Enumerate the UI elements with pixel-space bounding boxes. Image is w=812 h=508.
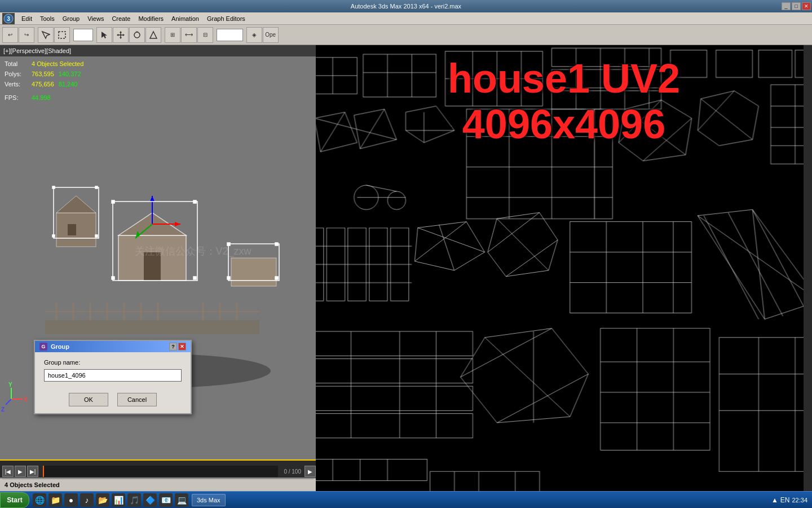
- mirror-button[interactable]: ⟷: [181, 27, 197, 43]
- taskbar-3dsmax-app[interactable]: 3ds Max: [192, 494, 226, 506]
- menu-animation[interactable]: Animation: [168, 14, 202, 23]
- group-name-input[interactable]: [44, 369, 182, 382]
- svg-rect-30: [112, 200, 114, 203]
- svg-point-9: [134, 32, 140, 38]
- svg-text:Y: Y: [8, 382, 12, 388]
- uv-canvas[interactable]: house1 UV2 4096x4096: [316, 45, 812, 508]
- next-frame-button[interactable]: ▶|: [27, 466, 38, 477]
- menu-tools[interactable]: Tools: [37, 14, 58, 23]
- menu-group[interactable]: Group: [59, 14, 83, 23]
- dialog-buttons: OK Cancel: [35, 388, 191, 413]
- group-dialog: G Group ? ✕ Group name: OK: [34, 340, 192, 414]
- named-selections-button[interactable]: ◈: [246, 27, 262, 43]
- taskbar-lang-icon[interactable]: EN: [780, 496, 790, 504]
- undo-button[interactable]: ↩: [2, 27, 18, 43]
- taskbar-explorer-icon[interactable]: 📂: [96, 493, 109, 507]
- uv-panel: house1 UV2 4096x4096: [316, 45, 812, 508]
- 3d-viewport[interactable]: [+][Perspective][Shaded] Total 4 Objects…: [0, 45, 316, 459]
- svg-rect-25: [52, 186, 55, 189]
- menu-graph-editors[interactable]: Graph Editors: [204, 14, 249, 23]
- taskbar-app7-icon[interactable]: 🎵: [127, 493, 141, 507]
- taskbar-folder-icon[interactable]: 📁: [48, 493, 62, 507]
- select-region-button[interactable]: [54, 27, 70, 43]
- taskbar-clock: 22:34: [792, 497, 807, 503]
- svg-rect-34: [231, 258, 276, 286]
- svg-rect-33: [193, 277, 196, 279]
- svg-marker-10: [150, 32, 157, 38]
- svg-rect-2: [59, 32, 65, 38]
- cancel-button[interactable]: Cancel: [117, 393, 157, 406]
- play-button[interactable]: ▶: [15, 466, 26, 477]
- select-tool-button[interactable]: [96, 27, 112, 43]
- svg-rect-39: [275, 277, 278, 279]
- taskbar-graph-icon[interactable]: 📊: [112, 493, 125, 507]
- timeline-track[interactable]: [43, 466, 278, 477]
- dialog-help-button[interactable]: ?: [169, 343, 177, 351]
- svg-rect-40: [45, 320, 259, 334]
- maximize-button[interactable]: □: [792, 2, 801, 10]
- taskbar-apps: 3ds Max: [189, 494, 771, 506]
- reference-coord-button[interactable]: ⊞: [165, 27, 180, 43]
- app-logo: 3: [2, 13, 15, 24]
- uv-size-text: 4096x4096: [448, 101, 680, 147]
- dialog-title: G Group ? ✕: [35, 341, 191, 352]
- svg-marker-13: [56, 196, 96, 213]
- menu-views[interactable]: Views: [84, 14, 107, 23]
- prev-frame-button[interactable]: |◀: [2, 466, 14, 477]
- taskbar-media-icon[interactable]: ♪: [80, 493, 94, 507]
- watermark: 关注微信公众号：V2_zxw: [135, 244, 251, 258]
- taskbar-system-tray: ▲ EN 22:34: [771, 496, 812, 504]
- ok-button[interactable]: OK: [69, 393, 108, 406]
- close-button[interactable]: ✕: [802, 2, 811, 10]
- redo-button[interactable]: ↪: [19, 27, 34, 43]
- taskbar-arrow-icon[interactable]: ▲: [771, 496, 778, 504]
- svg-marker-6: [120, 37, 122, 39]
- timeline-label: 0 / 100: [280, 468, 304, 475]
- dialog-body: Group name:: [35, 352, 191, 388]
- svg-marker-21: [175, 222, 180, 226]
- uv-scroll-strip[interactable]: [804, 45, 812, 508]
- taskbar-app10-icon[interactable]: 💻: [175, 493, 188, 507]
- svg-rect-32: [112, 277, 114, 279]
- timeline-end-button[interactable]: ▶: [304, 466, 316, 477]
- timeline-controls: |◀ ▶ ▶|: [0, 466, 41, 477]
- taskbar: Start 🌐 📁 ● ♪ 📂 📊 🎵 🔷 📧 💻 3ds Max ▲ EN 2…: [0, 491, 812, 508]
- svg-marker-8: [123, 34, 125, 36]
- svg-rect-14: [68, 224, 76, 235]
- view-dropdown[interactable]: View ▼: [217, 29, 243, 41]
- open-button[interactable]: Ope: [263, 27, 279, 43]
- start-button[interactable]: Start: [0, 492, 29, 508]
- dialog-title-text: Group: [51, 343, 69, 350]
- filter-dropdown[interactable]: All ▼: [73, 29, 93, 41]
- svg-text:X: X: [24, 396, 28, 402]
- svg-marker-5: [120, 31, 122, 33]
- menu-edit[interactable]: Edit: [18, 14, 36, 23]
- dialog-close-button[interactable]: ✕: [178, 343, 186, 351]
- selected-count-text: 4 Objects Selected: [5, 481, 60, 488]
- svg-rect-27: [52, 235, 55, 237]
- svg-rect-31: [193, 200, 196, 203]
- menu-modifiers[interactable]: Modifiers: [135, 14, 167, 23]
- svg-rect-37: [275, 243, 278, 246]
- select-object-button[interactable]: [38, 27, 54, 43]
- titlebar: Autodesk 3ds Max 2013 x64 - veri2.max _ …: [0, 0, 812, 12]
- window-controls: _ □ ✕: [782, 2, 811, 10]
- select-move-button[interactable]: [113, 27, 129, 43]
- taskbar-chrome-icon[interactable]: ●: [64, 493, 78, 507]
- timeline-position: [43, 466, 44, 477]
- group-name-label: Group name:: [44, 359, 182, 366]
- svg-text:3: 3: [7, 16, 10, 22]
- align-button[interactable]: ⊟: [197, 27, 213, 43]
- minimize-button[interactable]: _: [782, 2, 791, 10]
- taskbar-app8-icon[interactable]: 🔷: [143, 493, 157, 507]
- scale-button[interactable]: [145, 27, 161, 43]
- menu-create[interactable]: Create: [108, 14, 134, 23]
- taskbar-app9-icon[interactable]: 📧: [159, 493, 173, 507]
- statusbar: 4 Objects Selected Click and drag to sel…: [0, 478, 316, 491]
- viewport-stats: Total 4 Objects Selected Polys: 763,595 …: [5, 59, 83, 103]
- svg-rect-26: [95, 186, 98, 189]
- taskbar-ie-icon[interactable]: 🌐: [33, 493, 46, 507]
- svg-marker-19: [150, 196, 155, 202]
- rotate-button[interactable]: [129, 27, 145, 43]
- svg-rect-38: [227, 277, 230, 279]
